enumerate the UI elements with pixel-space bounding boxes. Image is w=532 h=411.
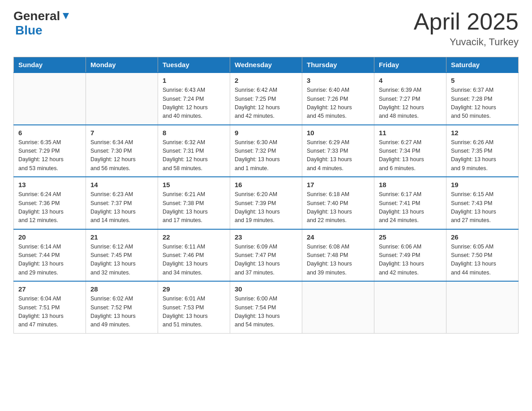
calendar-cell — [14, 73, 86, 125]
calendar-cell: 30Sunrise: 6:00 AMSunset: 7:54 PMDayligh… — [230, 281, 302, 333]
month-title: April 2025 — [414, 9, 519, 34]
day-info: Sunrise: 6:35 AMSunset: 7:29 PMDaylight:… — [18, 138, 81, 173]
day-info: Sunrise: 6:40 AMSunset: 7:26 PMDaylight:… — [307, 86, 369, 121]
day-info: Sunrise: 6:12 AMSunset: 7:45 PMDaylight:… — [90, 243, 153, 278]
calendar-cell: 25Sunrise: 6:06 AMSunset: 7:49 PMDayligh… — [374, 229, 446, 282]
day-number: 28 — [90, 285, 153, 293]
day-number: 25 — [379, 233, 442, 241]
week-row-3: 20Sunrise: 6:14 AMSunset: 7:44 PMDayligh… — [14, 229, 519, 282]
day-info: Sunrise: 6:09 AMSunset: 7:47 PMDaylight:… — [235, 243, 297, 278]
day-info: Sunrise: 6:39 AMSunset: 7:27 PMDaylight:… — [379, 86, 442, 121]
calendar-table: SundayMondayTuesdayWednesdayThursdayFrid… — [13, 57, 519, 334]
day-number: 27 — [18, 285, 81, 293]
calendar-body: 1Sunrise: 6:43 AMSunset: 7:24 PMDaylight… — [14, 73, 519, 333]
day-info: Sunrise: 6:02 AMSunset: 7:52 PMDaylight:… — [90, 295, 153, 330]
header-cell-saturday: Saturday — [446, 57, 519, 73]
calendar-cell: 22Sunrise: 6:11 AMSunset: 7:46 PMDayligh… — [158, 229, 230, 282]
day-number: 7 — [90, 129, 153, 137]
header-cell-thursday: Thursday — [302, 57, 374, 73]
day-info: Sunrise: 6:05 AMSunset: 7:50 PMDaylight:… — [451, 243, 514, 278]
day-number: 22 — [163, 233, 225, 241]
day-number: 13 — [18, 181, 81, 188]
header-cell-wednesday: Wednesday — [230, 57, 302, 73]
calendar-cell: 9Sunrise: 6:30 AMSunset: 7:32 PMDaylight… — [230, 125, 302, 177]
header-cell-sunday: Sunday — [14, 57, 86, 73]
day-number: 12 — [451, 129, 514, 137]
calendar-cell: 13Sunrise: 6:24 AMSunset: 7:36 PMDayligh… — [14, 177, 86, 229]
week-row-1: 6Sunrise: 6:35 AMSunset: 7:29 PMDaylight… — [14, 125, 519, 177]
calendar-cell: 18Sunrise: 6:17 AMSunset: 7:41 PMDayligh… — [374, 177, 446, 229]
calendar-cell: 26Sunrise: 6:05 AMSunset: 7:50 PMDayligh… — [446, 229, 519, 282]
day-info: Sunrise: 6:11 AMSunset: 7:46 PMDaylight:… — [163, 243, 225, 278]
day-info: Sunrise: 6:00 AMSunset: 7:54 PMDaylight:… — [235, 295, 297, 330]
calendar-cell: 27Sunrise: 6:04 AMSunset: 7:51 PMDayligh… — [14, 281, 86, 333]
day-info: Sunrise: 6:43 AMSunset: 7:24 PMDaylight:… — [163, 86, 225, 121]
header-row: SundayMondayTuesdayWednesdayThursdayFrid… — [14, 57, 519, 73]
day-number: 9 — [235, 129, 297, 137]
svg-marker-0 — [63, 13, 69, 19]
day-info: Sunrise: 6:34 AMSunset: 7:30 PMDaylight:… — [90, 138, 153, 173]
week-row-0: 1Sunrise: 6:43 AMSunset: 7:24 PMDaylight… — [14, 73, 519, 125]
day-info: Sunrise: 6:08 AMSunset: 7:48 PMDaylight:… — [307, 243, 369, 278]
calendar-cell: 15Sunrise: 6:21 AMSunset: 7:38 PMDayligh… — [158, 177, 230, 229]
calendar-cell: 4Sunrise: 6:39 AMSunset: 7:27 PMDaylight… — [374, 73, 446, 125]
calendar-cell: 28Sunrise: 6:02 AMSunset: 7:52 PMDayligh… — [86, 281, 158, 333]
header-cell-friday: Friday — [374, 57, 446, 73]
day-info: Sunrise: 6:23 AMSunset: 7:37 PMDaylight:… — [90, 190, 153, 225]
page-header: General Blue April 2025 Yuvacik, Turkey — [13, 9, 519, 48]
calendar-cell: 8Sunrise: 6:32 AMSunset: 7:31 PMDaylight… — [158, 125, 230, 177]
calendar-cell — [302, 281, 374, 333]
day-info: Sunrise: 6:37 AMSunset: 7:28 PMDaylight:… — [451, 86, 514, 121]
calendar-cell: 19Sunrise: 6:15 AMSunset: 7:43 PMDayligh… — [446, 177, 519, 229]
day-info: Sunrise: 6:42 AMSunset: 7:25 PMDaylight:… — [235, 86, 297, 121]
header-cell-tuesday: Tuesday — [158, 57, 230, 73]
day-number: 14 — [90, 181, 153, 188]
day-info: Sunrise: 6:17 AMSunset: 7:41 PMDaylight:… — [379, 190, 442, 225]
day-number: 15 — [163, 181, 225, 188]
day-number: 26 — [451, 233, 514, 241]
calendar-cell: 2Sunrise: 6:42 AMSunset: 7:25 PMDaylight… — [230, 73, 302, 125]
calendar-cell: 3Sunrise: 6:40 AMSunset: 7:26 PMDaylight… — [302, 73, 374, 125]
calendar-cell: 1Sunrise: 6:43 AMSunset: 7:24 PMDaylight… — [158, 73, 230, 125]
day-number: 21 — [90, 233, 153, 241]
calendar-cell: 12Sunrise: 6:26 AMSunset: 7:35 PMDayligh… — [446, 125, 519, 177]
location-title: Yuvacik, Turkey — [414, 36, 519, 48]
day-number: 23 — [235, 233, 297, 241]
logo-general-text: General — [13, 9, 60, 23]
day-number: 24 — [307, 233, 369, 241]
day-info: Sunrise: 6:18 AMSunset: 7:40 PMDaylight:… — [307, 190, 369, 225]
title-section: April 2025 Yuvacik, Turkey — [414, 9, 519, 48]
week-row-4: 27Sunrise: 6:04 AMSunset: 7:51 PMDayligh… — [14, 281, 519, 333]
day-number: 19 — [451, 181, 514, 188]
calendar-cell: 11Sunrise: 6:27 AMSunset: 7:34 PMDayligh… — [374, 125, 446, 177]
day-info: Sunrise: 6:14 AMSunset: 7:44 PMDaylight:… — [18, 243, 81, 278]
calendar-cell: 23Sunrise: 6:09 AMSunset: 7:47 PMDayligh… — [230, 229, 302, 282]
calendar-cell: 14Sunrise: 6:23 AMSunset: 7:37 PMDayligh… — [86, 177, 158, 229]
day-info: Sunrise: 6:32 AMSunset: 7:31 PMDaylight:… — [163, 138, 225, 173]
calendar-cell — [374, 281, 446, 333]
week-row-2: 13Sunrise: 6:24 AMSunset: 7:36 PMDayligh… — [14, 177, 519, 229]
day-number: 6 — [18, 129, 81, 137]
day-number: 10 — [307, 129, 369, 137]
day-number: 5 — [451, 77, 514, 84]
day-number: 11 — [379, 129, 442, 137]
logo-blue-text: Blue — [15, 23, 43, 37]
day-info: Sunrise: 6:20 AMSunset: 7:39 PMDaylight:… — [235, 190, 297, 225]
day-info: Sunrise: 6:06 AMSunset: 7:49 PMDaylight:… — [379, 243, 442, 278]
day-number: 2 — [235, 77, 297, 84]
day-info: Sunrise: 6:24 AMSunset: 7:36 PMDaylight:… — [18, 190, 81, 225]
day-info: Sunrise: 6:04 AMSunset: 7:51 PMDaylight:… — [18, 295, 81, 330]
day-number: 30 — [235, 285, 297, 293]
calendar-cell: 29Sunrise: 6:01 AMSunset: 7:53 PMDayligh… — [158, 281, 230, 333]
day-number: 3 — [307, 77, 369, 84]
calendar-cell: 16Sunrise: 6:20 AMSunset: 7:39 PMDayligh… — [230, 177, 302, 229]
calendar-cell: 20Sunrise: 6:14 AMSunset: 7:44 PMDayligh… — [14, 229, 86, 282]
calendar-header: SundayMondayTuesdayWednesdayThursdayFrid… — [14, 57, 519, 73]
day-number: 17 — [307, 181, 369, 188]
day-number: 4 — [379, 77, 442, 84]
calendar-cell — [446, 281, 519, 333]
calendar-cell: 24Sunrise: 6:08 AMSunset: 7:48 PMDayligh… — [302, 229, 374, 282]
day-number: 18 — [379, 181, 442, 188]
day-number: 16 — [235, 181, 297, 188]
calendar-cell — [86, 73, 158, 125]
